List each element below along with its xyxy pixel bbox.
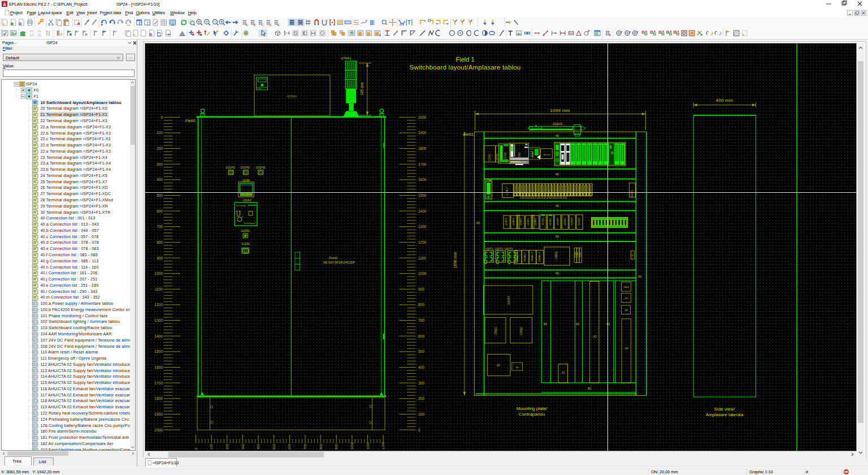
svg-text:1600: 1600 [418,178,427,182]
svg-text:D: D [270,23,272,27]
svg-text:900: 900 [335,443,338,450]
svg-text:800: 800 [418,303,424,306]
svg-text:200: 200 [225,443,229,450]
svg-text:1696 mm: 1696 mm [453,252,457,268]
svg-text:600: 600 [418,334,424,338]
svg-text:900: 900 [157,256,163,260]
svg-text:123: 123 [29,34,34,37]
svg-text:1000: 1000 [350,442,354,450]
svg-text:900: 900 [418,287,424,291]
svg-text:-100M: -100M [242,179,250,182]
svg-text:60: 60 [606,322,610,326]
svg-text:-110S1: -110S1 [240,229,250,232]
svg-text:2000: 2000 [418,115,427,119]
svg-text:1700: 1700 [155,381,163,385]
svg-text:60: 60 [555,271,559,275]
svg-text:1099 mm: 1099 mm [550,108,570,113]
svg-text:345 mm: 345 mm [360,83,364,96]
svg-text:1300: 1300 [155,318,163,322]
svg-text:-101H2: -101H2 [240,166,250,169]
svg-text:Switchboard layout/Amplasare t: Switchboard layout/Amplasare tablou [410,64,521,71]
svg-text:-103F1: -103F1 [534,218,537,226]
svg-text:40: 40 [555,134,559,137]
svg-text:KT: KT [631,254,634,257]
svg-text:-276A1: -276A1 [340,57,351,60]
svg-text:-100A4: -100A4 [532,152,534,159]
svg-text:-124Q1: -124Q1 [571,218,574,226]
svg-text:100A1.1: 100A1.1 [516,252,519,262]
svg-text:1200: 1200 [418,240,427,244]
svg-text:-X3: -X3 [592,335,597,338]
svg-text:60: 60 [638,275,641,278]
svg-text:-114Q1: -114Q1 [549,218,552,226]
svg-text:-101H1: -101H1 [225,166,235,169]
svg-text:600: 600 [157,209,163,213]
svg-text:1200: 1200 [155,303,163,306]
svg-text:1000: 1000 [155,271,163,275]
svg-text:xMod: xMod [623,286,628,288]
svg-text:1800: 1800 [155,396,163,400]
svg-text:1400: 1400 [155,334,163,338]
svg-text:500: 500 [157,193,163,197]
svg-text:500: 500 [272,443,276,450]
svg-text:-XR: -XR [624,309,628,312]
svg-text:600: 600 [288,443,291,450]
svg-text:60: 60 [555,172,559,176]
svg-text:C: C [262,23,264,27]
svg-text:Contrapanou: Contrapanou [519,412,545,417]
svg-text:-X0: -X0 [496,364,500,367]
svg-text:100: 100 [418,412,424,416]
svg-text:-101H3: -101H3 [255,166,265,169]
svg-text:60: 60 [476,221,480,224]
svg-text:10: 10 [214,21,216,23]
svg-text:Mounting plate/: Mounting plate/ [517,406,548,411]
svg-text:700: 700 [303,443,307,450]
svg-text:-100A3: -100A3 [507,296,510,305]
svg-text:1100: 1100 [155,287,163,291]
svg-text:100: 100 [210,443,213,450]
svg-text:E: E [277,23,280,27]
svg-text:-107A1: -107A1 [488,153,491,162]
svg-text:- 100A2: - 100A2 [555,251,558,261]
svg-text:-100Q2: -100Q2 [520,327,523,336]
svg-text:1200: 1200 [381,442,385,450]
svg-text:1900: 1900 [155,412,163,416]
svg-text:1000: 1000 [418,271,427,275]
svg-text:-X4: -X4 [624,347,628,350]
svg-text:-101A3: -101A3 [574,252,576,258]
svg-text:700: 700 [157,224,163,228]
svg-text:Side view/: Side view/ [714,407,735,412]
svg-text:1300: 1300 [418,224,427,228]
svg-text:-126Q1: -126Q1 [578,218,580,226]
svg-text:-111A2: -111A2 [579,252,581,258]
svg-text:100: 100 [157,131,163,135]
svg-text:100A1.2: 100A1.2 [523,252,526,262]
svg-text:1800: 1800 [418,146,427,150]
svg-text:100A1.4: 100A1.4 [538,252,541,262]
svg-text:80: 80 [588,387,591,390]
svg-text:60: 60 [555,204,559,208]
svg-text:-102H1: -102H1 [552,122,563,126]
svg-text:Field 1: Field 1 [455,56,474,63]
svg-text:-X1: -X1 [561,372,566,374]
svg-text:-101F1: -101F1 [527,218,530,226]
svg-text:-1 0K1T: -1 0K1T [506,187,509,196]
svg-text:300: 300 [418,381,424,385]
svg-text:1100: 1100 [366,442,370,450]
svg-text:Schneider: Schneider [236,204,247,207]
svg-text:-XDC2: -XDC2 [542,153,550,156]
svg-text:1600: 1600 [155,365,163,369]
svg-text:-118Q1: -118Q1 [563,218,566,226]
svg-text:-100F3: -100F3 [505,218,507,226]
svg-text:???: ??? [29,31,34,33]
svg-text:100T1- 100T2- 100T3: 100T1- 100T2- 100T3 [485,247,513,251]
svg-text:400 mm: 400 mm [716,98,734,103]
svg-text:300: 300 [157,162,163,166]
svg-text:400: 400 [157,178,163,182]
svg-text:800: 800 [157,240,163,244]
svg-text:-111A1: -111A1 [576,252,579,258]
svg-text:60: 60 [544,322,547,326]
svg-text:-111S1: -111S1 [241,242,250,245]
svg-text:-100A2: -100A2 [242,198,251,202]
svg-text:500: 500 [418,349,424,353]
